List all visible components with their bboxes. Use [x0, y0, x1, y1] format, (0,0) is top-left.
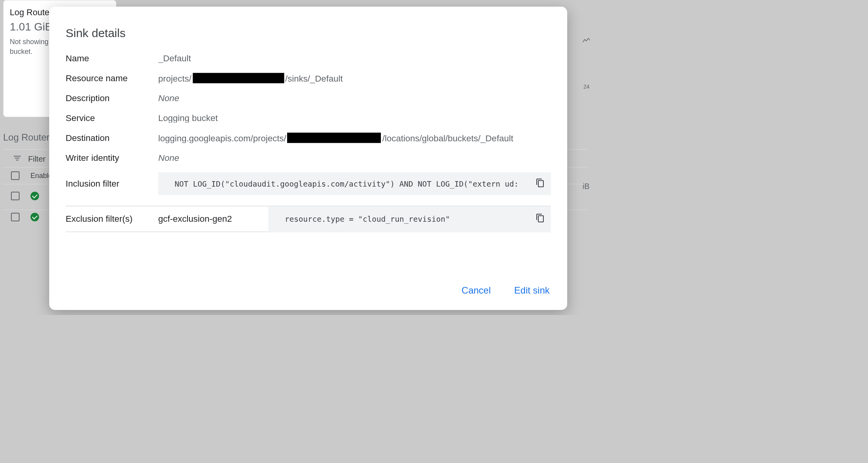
label-name: Name — [66, 53, 158, 63]
label-exclusion-filters: Exclusion filter(s) — [66, 207, 158, 224]
value-description: None — [158, 93, 179, 103]
dialog-title: Sink details — [66, 27, 551, 40]
value-destination: logging.googleapis.com/projects//locatio… — [158, 133, 513, 143]
label-description: Description — [66, 93, 158, 103]
label-service: Service — [66, 113, 158, 123]
redacted-project-id — [288, 133, 381, 143]
detail-row-resource-name: Resource name projects//sinks/_Default — [66, 73, 551, 89]
detail-row-description: Description None — [66, 93, 551, 109]
detail-row-inclusion-filter: Inclusion filter NOT LOG_ID("cloudaudit.… — [66, 173, 551, 196]
edit-sink-button[interactable]: Edit sink — [512, 282, 552, 299]
inclusion-filter-code: NOT LOG_ID("cloudaudit.googleapis.com/ac… — [158, 173, 551, 196]
exclusion-filter-name: gcf-exclusion-gen2 — [158, 207, 268, 224]
copy-icon — [536, 178, 545, 190]
label-destination: Destination — [66, 133, 158, 143]
label-resource-name: Resource name — [66, 73, 158, 83]
detail-row-name: Name _Default — [66, 53, 551, 69]
dialog-actions: Cancel Edit sink — [459, 282, 552, 299]
detail-row-exclusion-filters: Exclusion filter(s) gcf-exclusion-gen2 r… — [66, 206, 551, 232]
detail-row-service: Service Logging bucket — [66, 113, 551, 129]
copy-inclusion-button[interactable] — [533, 177, 547, 191]
label-writer-identity: Writer identity — [66, 153, 158, 163]
value-name: _Default — [158, 53, 191, 63]
value-service: Logging bucket — [158, 113, 218, 123]
value-writer-identity: None — [158, 153, 179, 163]
label-inclusion-filter: Inclusion filter — [66, 173, 158, 189]
copy-icon — [536, 214, 545, 225]
copy-exclusion-button[interactable] — [533, 212, 547, 226]
sink-details-dialog: Sink details Name _Default Resource name… — [49, 7, 567, 310]
detail-row-destination: Destination logging.googleapis.com/proje… — [66, 133, 551, 149]
detail-row-writer-identity: Writer identity None — [66, 153, 551, 169]
value-resource-name: projects//sinks/_Default — [158, 73, 343, 84]
exclusion-filter-code: resource.type = "cloud_run_revision" — [268, 207, 551, 232]
redacted-project-id — [193, 73, 284, 84]
cancel-button[interactable]: Cancel — [459, 282, 493, 299]
